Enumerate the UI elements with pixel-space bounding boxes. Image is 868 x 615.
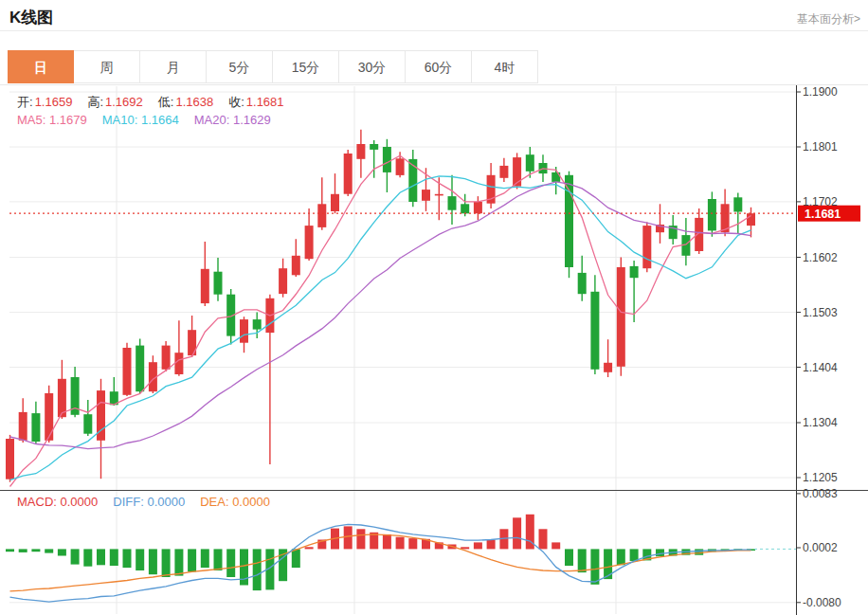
kline-page: { "header": { "title": "K线图", "link": "基… (0, 0, 868, 615)
macd-histogram-bar (110, 549, 118, 566)
macd-histogram-bar (188, 549, 196, 571)
macd-histogram-bar (123, 549, 132, 568)
candle-body (448, 196, 457, 210)
diff-label: DIFF: (113, 495, 144, 509)
y-axis-label: 1.1702 (803, 195, 838, 208)
macd-histogram-bar (344, 526, 353, 549)
macd-y-axis-label: -0.0080 (803, 596, 841, 609)
tab-5min[interactable]: 5分 (207, 50, 273, 83)
candle-body (461, 204, 469, 213)
candle-body (45, 393, 53, 441)
macd-y-axis-label: 0.0002 (803, 541, 838, 554)
macd-histogram-bar (58, 549, 66, 555)
macd-histogram-bar (226, 549, 235, 577)
candle-body (422, 190, 430, 201)
macd-histogram-bar (71, 549, 80, 564)
candle-body (201, 269, 209, 303)
dea-label: DEA: (200, 495, 228, 509)
low-value: 1.1638 (175, 95, 213, 109)
macd-histogram-bar (383, 534, 391, 550)
candle-body (526, 154, 534, 172)
macd-histogram-bar (539, 529, 548, 549)
candle-body (604, 363, 612, 372)
macd-histogram-bar (162, 549, 171, 577)
y-axis-label: 1.1205 (803, 471, 838, 484)
macd-label: MACD: (17, 495, 57, 509)
tab-month[interactable]: 月 (140, 50, 207, 83)
tab-4hour[interactable]: 4时 (472, 50, 538, 83)
macd-histogram-bar (695, 549, 703, 554)
candle-body (708, 199, 716, 230)
open-label: 开: (17, 95, 33, 109)
candle-body (383, 147, 391, 172)
candle-body (331, 194, 339, 211)
candle-body (279, 268, 287, 294)
macd-histogram-bar (487, 540, 496, 550)
candle-body (435, 194, 443, 196)
macd-histogram-bar (136, 549, 144, 570)
candle-body (83, 414, 92, 434)
macd-histogram-bar (201, 549, 209, 568)
ma20-line (10, 182, 751, 449)
macd-histogram-bar (356, 529, 365, 549)
macd-y-axis-label: 0.0083 (803, 487, 838, 500)
tab-week[interactable]: 周 (74, 50, 140, 83)
candle-body (19, 412, 27, 441)
macd-histogram-bar (552, 542, 560, 549)
candle-body (733, 197, 742, 211)
macd-histogram-bar (590, 549, 599, 584)
tab-30min[interactable]: 30分 (339, 50, 406, 83)
tab-day[interactable]: 日 (8, 50, 74, 83)
candle-body (747, 213, 755, 226)
macd-histogram-bar (656, 549, 664, 556)
macd-histogram-bar (19, 549, 27, 552)
candle-body (617, 267, 625, 367)
macd-histogram-bar (305, 547, 314, 549)
macd-histogram-bar (174, 549, 183, 575)
candle-body (344, 154, 353, 194)
candle-body (305, 226, 314, 259)
candle-body (162, 346, 171, 370)
candle-body (578, 273, 587, 294)
tab-60min[interactable]: 60分 (406, 50, 472, 83)
macd-histogram-bar (6, 549, 14, 552)
y-axis-label: 1.1503 (803, 306, 838, 319)
macd-histogram-bar (396, 537, 405, 550)
period-tab-strip: 日周月5分15分30分60分4时 (8, 50, 538, 83)
y-axis-label: 1.1900 (803, 85, 838, 99)
candle-body (240, 319, 248, 343)
page-title: K线图 (9, 7, 53, 28)
dea-value: 0.0000 (232, 495, 270, 509)
kline-chart-canvas[interactable]: 1.16811.19001.18011.17021.16021.15031.14… (0, 0, 868, 615)
y-axis-label: 1.1304 (803, 416, 838, 429)
candle-body (642, 226, 651, 268)
macd-histogram-bar (617, 549, 625, 565)
macd-histogram-bar (214, 549, 223, 570)
macd-histogram-bar (292, 549, 300, 568)
tab-15min[interactable]: 15分 (273, 50, 339, 83)
macd-histogram-bar (461, 547, 469, 549)
ohlc-readout: 开:1.1659 高:1.1692 低:1.1638 收:1.1681 (17, 94, 284, 111)
macd-histogram-bar (408, 538, 417, 549)
fundamental-analysis-link[interactable]: 基本面分析> (797, 11, 860, 27)
ma5-line (10, 155, 751, 486)
macd-histogram-bar (565, 549, 573, 566)
ma5-label: MA5: (17, 113, 45, 127)
candle-body (31, 413, 40, 442)
close-label: 收: (228, 95, 244, 109)
macd-histogram-bar (253, 549, 262, 590)
y-axis-label: 1.1404 (803, 361, 838, 374)
ma10-label: MA10: (102, 113, 138, 127)
candle-body (253, 319, 262, 330)
low-label: 低: (158, 95, 174, 109)
macd-readout: MACD: 0.0000 DIFF: 0.0000 DEA: 0.0000 (17, 495, 270, 509)
open-value: 1.1659 (35, 95, 73, 109)
candle-body (499, 166, 508, 178)
candle-body (174, 353, 183, 374)
close-value: 1.1681 (246, 95, 284, 109)
macd-histogram-bar (630, 549, 639, 561)
macd-value: 0.0000 (61, 495, 99, 509)
dea-line (10, 534, 751, 591)
candle-body (6, 439, 14, 479)
y-axis-label: 1.1602 (803, 251, 838, 264)
